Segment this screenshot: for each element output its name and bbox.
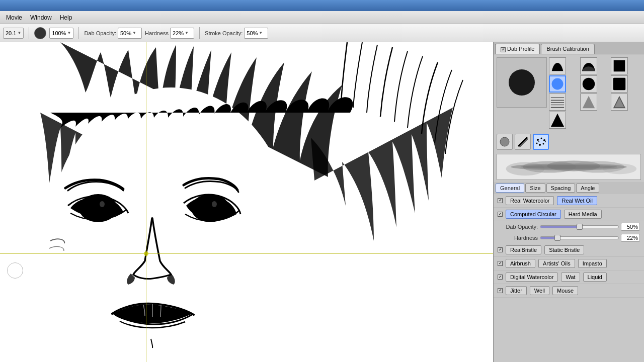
liquid-btn[interactable]: Liquid [583, 273, 607, 282]
cat-tab-angle[interactable]: Angle [576, 184, 599, 193]
dab-opacity-group: Dab Opacity: 50% ▼ [84, 28, 142, 39]
canvas-svg [0, 42, 493, 362]
dab-opacity-select[interactable]: 50% ▼ [118, 28, 142, 39]
svg-point-7 [212, 201, 217, 207]
brush-large-preview [497, 57, 547, 108]
stroke-opacity-label: Stroke Opacity: [205, 30, 243, 36]
menu-window[interactable]: Window [26, 13, 56, 22]
guide-intersection [144, 251, 148, 256]
brush-thumb-4[interactable] [549, 75, 566, 93]
brush-thumb-1[interactable] [549, 57, 566, 74]
zoom-group: 20.1 ▼ [3, 28, 24, 39]
bristle-checkbox[interactable]: ✓ [498, 247, 503, 252]
computed-checkbox[interactable]: ✓ [498, 212, 503, 217]
tab-dab-profile[interactable]: ✓ Dab Profile [495, 44, 540, 54]
cat-tab-size[interactable]: Size [525, 184, 545, 193]
brush-shapes-area [494, 54, 644, 132]
impasto-btn[interactable]: Impasto [578, 259, 607, 268]
title-bar [0, 0, 644, 11]
brush-thumb-9[interactable] [611, 94, 628, 111]
menu-movie[interactable]: Movie [2, 13, 26, 22]
svg-point-27 [536, 142, 538, 144]
wat-btn[interactable]: Wat [561, 273, 580, 282]
real-wet-oil-btn[interactable]: Real Wet Oil [557, 196, 597, 205]
stroke-opacity-arrow: ▼ [259, 31, 263, 35]
svg-point-10 [582, 77, 594, 89]
jitter-checkbox[interactable]: ✓ [498, 288, 503, 293]
digital-watercolor-btn[interactable]: Digital Watercolor [506, 273, 558, 282]
stroke-opacity-select[interactable]: 50% ▼ [244, 28, 268, 39]
hardness-value: 22% [173, 30, 184, 36]
svg-marker-20 [551, 113, 564, 126]
dab-opacity-track[interactable] [540, 225, 619, 228]
brush-thumb-6[interactable] [611, 75, 628, 93]
svg-point-39 [520, 165, 617, 169]
zoom-select[interactable]: 20.1 ▼ [3, 28, 24, 39]
well-btn[interactable]: Well [530, 286, 549, 295]
svg-line-22 [519, 138, 527, 146]
brush-preview-group [34, 27, 46, 39]
canvas-content [0, 42, 493, 362]
svg-point-29 [543, 143, 544, 144]
hardness-thumb[interactable] [554, 235, 560, 241]
brush-size-group: 100% ▼ [49, 28, 73, 39]
dab-profile-checkbox[interactable]: ✓ [501, 47, 506, 52]
hardness-arrow: ▼ [185, 31, 189, 35]
svg-point-21 [500, 137, 509, 146]
cat-tab-spacing[interactable]: Spacing [546, 184, 576, 193]
real-bristle-btn[interactable]: RealBristle [506, 245, 541, 254]
brush-size-select[interactable]: 100% ▼ [49, 28, 73, 39]
brush-thumb-5[interactable] [580, 75, 597, 93]
computed-row: ✓ Computed Circular Hard Media [494, 208, 644, 221]
brush-size-arrow: ▼ [67, 31, 71, 35]
cat-tab-general[interactable]: General [496, 184, 524, 193]
airbrush-btn[interactable]: Airbrush [506, 259, 535, 268]
brush-thumb-7[interactable] [549, 94, 566, 111]
dab-opacity-label: Dab Opacity: [84, 30, 116, 36]
sep2 [78, 27, 79, 39]
computed-circular-btn[interactable]: Computed Circular [506, 210, 561, 219]
sep1 [29, 27, 29, 39]
svg-point-9 [552, 78, 564, 89]
svg-point-30 [545, 141, 546, 142]
brush-cursor [7, 262, 23, 279]
svg-point-6 [200, 197, 220, 219]
hardness-slider-row: Hardness 22% [494, 232, 644, 243]
brush-type-icons [494, 132, 644, 152]
brush-thumb-3[interactable] [611, 57, 628, 74]
digital-watercolor-checkbox[interactable]: ✓ [498, 275, 503, 280]
brush-type-scatter[interactable] [533, 134, 549, 150]
artists-oils-btn[interactable]: Artists' Oils [538, 259, 575, 268]
mouse-btn[interactable]: Mouse [552, 286, 578, 295]
brush-type-round[interactable] [497, 134, 513, 150]
dab-opacity-fill [540, 226, 580, 228]
dab-opacity-slider-row: Dab Opacity: 50% [494, 221, 644, 232]
brush-thumb-2[interactable] [580, 57, 597, 74]
brush-preview-icon [34, 27, 46, 39]
hardness-track[interactable] [540, 236, 619, 239]
svg-point-3 [88, 197, 108, 219]
real-watercolor-btn[interactable]: Real Watercolor [506, 196, 554, 205]
svg-rect-8 [614, 60, 625, 71]
jitter-btn[interactable]: Jitter [506, 286, 527, 295]
canvas-area[interactable] [0, 42, 493, 362]
dab-opacity-arrow: ▼ [132, 31, 136, 35]
sep3 [199, 27, 200, 39]
airbrush-row: ✓ Airbrush Artists' Oils Impasto [494, 257, 644, 270]
tab-brush-calibration[interactable]: Brush Calibration [541, 44, 594, 54]
dab-opacity-thumb[interactable] [577, 224, 583, 230]
brush-type-slash[interactable] [515, 134, 531, 150]
menu-help[interactable]: Help [56, 13, 76, 22]
digital-watercolor-row: ✓ Digital Watercolor Wat Liquid [494, 270, 644, 284]
brush-thumb-10[interactable] [549, 112, 566, 129]
dab-opacity-slider-label: Dab Opacity: [498, 224, 538, 230]
airbrush-checkbox[interactable]: ✓ [498, 261, 503, 266]
hard-media-btn[interactable]: Hard Media [564, 210, 602, 219]
watercolor-checkbox[interactable]: ✓ [498, 198, 503, 203]
zoom-arrow: ▼ [17, 31, 21, 35]
static-bristle-btn[interactable]: Static Bristle [544, 245, 584, 254]
svg-marker-17 [582, 96, 594, 108]
hardness-select[interactable]: 22% ▼ [170, 28, 194, 39]
brush-thumb-8[interactable] [580, 94, 597, 111]
menu-bar: Movie Window Help [0, 11, 644, 24]
